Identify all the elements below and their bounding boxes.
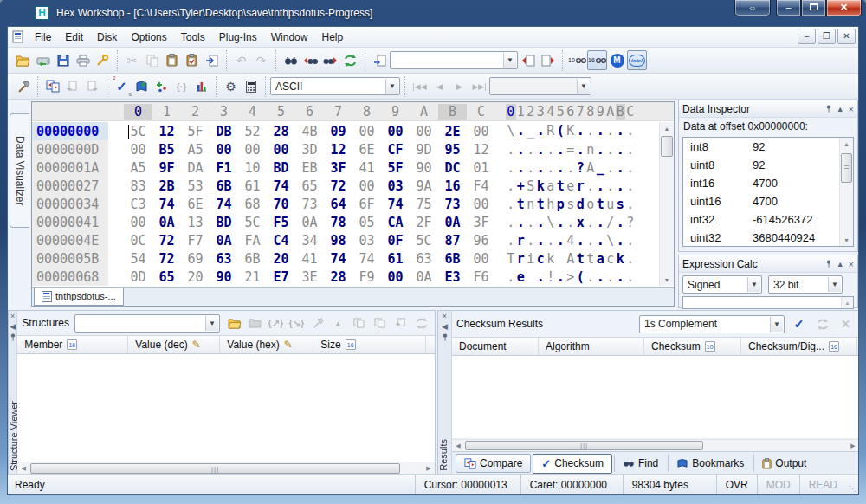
nav-last-icon[interactable]: ▶▶| [469, 76, 489, 96]
ascii-char[interactable]: . [605, 178, 616, 194]
hex-byte[interactable]: 65 [295, 178, 324, 194]
inspector-row[interactable]: uint164700 [683, 192, 853, 210]
ascii-char[interactable]: a [546, 178, 556, 194]
hex-byte[interactable]: 41 [352, 160, 381, 176]
ascii-char[interactable]: . [596, 233, 606, 249]
menu-item-help[interactable]: Help [314, 29, 350, 46]
sign-mode-combobox[interactable]: Signed▼ [682, 275, 762, 294]
hex-byte[interactable]: EB [295, 160, 324, 176]
structures-combobox[interactable]: ▼ [74, 314, 220, 333]
hex-byte[interactable]: 03 [352, 233, 381, 249]
inspector-row[interactable]: uint323680440924 [683, 229, 853, 247]
hex-byte[interactable]: 68 [238, 197, 267, 212]
options-wrench-icon[interactable] [93, 50, 113, 70]
undo-icon[interactable]: ↶ [231, 50, 251, 70]
hex-byte[interactable]: 20 [181, 269, 210, 285]
hex-byte[interactable]: 16 [438, 178, 467, 194]
hex-byte[interactable]: 20 [267, 251, 295, 267]
ascii-char[interactable]: u [605, 197, 616, 212]
hex-byte[interactable]: 5C [410, 233, 438, 249]
ascii-char[interactable]: K [565, 123, 576, 139]
ascii-char[interactable] [556, 251, 566, 267]
scroll-right-icon[interactable]: ▶ [423, 462, 435, 475]
collapse-icon[interactable]: ▲ [837, 260, 844, 268]
radix-hex-icon[interactable]: 16 [587, 50, 607, 70]
hex-byte[interactable]: 00 [238, 142, 267, 158]
column-header-algorithm[interactable]: Algorithm [539, 338, 644, 355]
hex-byte[interactable]: 5F [381, 160, 410, 176]
motorola-byte-order-icon[interactable]: M [607, 50, 627, 70]
hex-byte[interactable]: F6 [467, 269, 495, 285]
copy-value-icon[interactable] [371, 314, 389, 333]
hex-byte[interactable]: 0A [410, 269, 438, 285]
hex-byte[interactable]: 6B [438, 251, 467, 267]
hex-byte[interactable]: 73 [295, 197, 324, 212]
ascii-char[interactable]: . [506, 142, 516, 158]
results-tab-checksum[interactable]: ✓Checksum [533, 454, 612, 474]
hex-byte[interactable]: 00 [124, 215, 152, 230]
export-icon[interactable] [202, 50, 222, 70]
ascii-char[interactable]: . [536, 160, 546, 176]
hex-byte[interactable]: 28 [324, 269, 352, 285]
hex-byte[interactable]: 3F [324, 160, 352, 176]
ascii-char[interactable]: . [536, 233, 546, 249]
ascii-char[interactable]: . [616, 142, 626, 158]
ascii-char[interactable]: . [625, 233, 636, 249]
ascii-char[interactable]: n [526, 197, 536, 212]
hex-byte[interactable]: 75 [410, 197, 438, 212]
pin-icon[interactable] [10, 333, 16, 341]
ascii-char[interactable]: . [616, 123, 626, 139]
hex-byte[interactable]: C4 [267, 233, 295, 249]
close-panel-icon[interactable]: × [10, 313, 15, 320]
data-inspector-scrollbar[interactable]: ▲ ▼ [839, 138, 853, 246]
ascii-char[interactable]: . [596, 269, 606, 285]
ascii-char[interactable]: x [576, 215, 586, 230]
ascii-char[interactable]: . [596, 178, 606, 194]
refresh-checksum-icon[interactable] [813, 315, 831, 333]
collapse-left-icon[interactable]: ◀ [442, 323, 448, 331]
ascii-char[interactable]: d [576, 197, 586, 212]
save-icon[interactable] [53, 50, 73, 70]
ascii-char[interactable]: . [526, 160, 536, 176]
ascii-char[interactable]: k [616, 251, 626, 267]
menu-item-plugins[interactable]: Plug-Ins [212, 29, 264, 46]
find-next-icon[interactable] [320, 50, 340, 70]
hex-byte[interactable]: 2E [438, 124, 467, 139]
hex-byte[interactable]: 5C [124, 124, 152, 139]
ascii-char[interactable]: t [596, 197, 606, 212]
ascii-char[interactable]: t [576, 251, 586, 267]
radix-decimal-icon[interactable]: 10 [567, 50, 587, 70]
ascii-char[interactable]: h [546, 197, 556, 212]
align-structure-icon[interactable]: ▲ [329, 314, 347, 333]
redo-icon[interactable]: ↷ [251, 50, 271, 70]
hex-byte[interactable]: 6F [352, 197, 381, 212]
ascii-char[interactable]: . [616, 215, 626, 230]
checksum-horizontal-scrollbar[interactable]: ◀ ||| ▶ [452, 439, 859, 451]
view-structure-icon[interactable]: {↘} [288, 314, 306, 333]
ascii-char[interactable]: r [516, 251, 527, 267]
hex-byte[interactable]: 6B [210, 178, 238, 194]
hex-byte[interactable]: 72 [324, 178, 352, 194]
hex-byte[interactable]: 12 [467, 142, 495, 158]
hex-byte[interactable]: 00 [467, 197, 495, 212]
nav-previous-icon[interactable]: ◀ [430, 76, 449, 96]
minimize-button[interactable]: – [776, 0, 801, 16]
hex-byte[interactable]: 28 [267, 124, 295, 139]
hex-byte[interactable]: 96 [467, 233, 495, 249]
hex-byte[interactable]: 63 [410, 251, 438, 267]
menu-item-window[interactable]: Window [264, 29, 315, 46]
find-previous-icon[interactable] [301, 50, 320, 70]
ascii-char[interactable] [526, 269, 536, 285]
hex-byte[interactable]: E3 [438, 269, 467, 285]
hex-byte[interactable]: 0A [438, 215, 467, 230]
hex-byte[interactable]: 69 [181, 251, 210, 267]
ascii-char[interactable]: . [625, 197, 636, 212]
hex-byte[interactable]: 74 [381, 197, 410, 212]
hex-byte[interactable]: 87 [438, 233, 467, 249]
ascii-char[interactable]: . [556, 215, 566, 230]
hex-byte[interactable]: 6E [352, 142, 381, 158]
add-bookmark-icon[interactable] [132, 76, 152, 96]
add-structure-icon[interactable] [152, 76, 171, 96]
hex-byte[interactable]: 74 [152, 197, 181, 212]
column-header-size[interactable]: Size16 [313, 336, 426, 353]
